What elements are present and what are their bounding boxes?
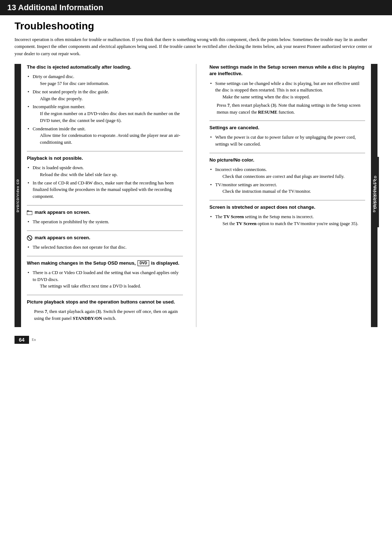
picture-stops-heading: Picture playback stops and the operation… — [27, 299, 183, 305]
list-item: Condensation inside the unit. Allow time… — [33, 126, 183, 146]
page-content: Troubleshooting Incorrect operation is o… — [0, 20, 392, 358]
intro-paragraph: Incorrect operation is often mistaken fo… — [15, 36, 377, 57]
left-column: DVD/CD/Video CD The disc is ejected auto… — [15, 64, 196, 327]
list-item: Incorrect video connections. Check that … — [215, 166, 365, 180]
sub-item: Check that connections are correct and t… — [222, 173, 365, 180]
chapter-title: Additional Information — [18, 3, 103, 12]
sub-item: Press 7, then restart playback (3). Note… — [217, 102, 365, 116]
folder-mark-heading: mark appears on screen. — [27, 209, 183, 216]
list-item: There is a CD or Video CD loaded and the… — [33, 269, 183, 290]
list-item: When the power is cut due to power failu… — [215, 134, 365, 148]
screen-stretched-block: Screen is stretched or aspect does not c… — [209, 204, 365, 227]
section-title: Troubleshooting — [15, 20, 377, 32]
disc-ejected-heading: The disc is ejected automatically after … — [27, 64, 183, 70]
left-col-content: The disc is ejected automatically after … — [21, 64, 189, 327]
divider — [209, 121, 365, 121]
two-column-layout: DVD/CD/Video CD The disc is ejected auto… — [15, 64, 377, 327]
right-sidebar-dark-label: DVD/CD/Video CD — [372, 179, 376, 212]
screen-stretched-heading: Screen is stretched or aspect does not c… — [209, 204, 365, 211]
right-sidebar-wrapper: DVD/CD/Video CD No picture/No color. Inc… — [209, 157, 365, 227]
sub-item: Check the instruction manual of the TV/m… — [222, 188, 365, 195]
no-picture-heading: No picture/No color. — [209, 157, 365, 163]
list-item: Some settings can be changed while a dis… — [215, 80, 365, 101]
svg-line-2 — [28, 236, 32, 240]
settings-canceled-block: Settings are canceled. When the power is… — [209, 125, 365, 148]
divider — [27, 256, 183, 256]
language-label: En — [32, 338, 36, 342]
sub-item: If the region number on a DVD-video disc… — [40, 110, 183, 124]
list-item: Dirty or damaged disc. See page 57 for d… — [33, 73, 183, 87]
playback-block: Playback is not possible. Disc is loaded… — [27, 155, 183, 200]
no-picture-block: No picture/No color. Incorrect video con… — [209, 157, 365, 195]
sub-item: Align the disc properly. — [40, 95, 183, 102]
sub-item: Make the same setting when the disc is s… — [222, 94, 365, 101]
prohibited-icon — [27, 235, 32, 241]
list-item: TV/monitor settings are incorrect. Check… — [215, 182, 365, 195]
svg-rect-0 — [27, 211, 32, 215]
picture-stops-block: Picture playback stops and the operation… — [27, 299, 183, 322]
divider — [27, 295, 183, 295]
page-footer: 64 En — [15, 334, 377, 344]
list-item: Incompatible region number. If the regio… — [33, 103, 183, 124]
dvd-badge: DVD — [138, 260, 149, 266]
divider — [27, 205, 183, 205]
left-sidebar-label: DVD/CD/Video CD — [16, 179, 20, 212]
disc-ejected-block: The disc is ejected automatically after … — [27, 64, 183, 146]
sub-item: The settings will take effect next time … — [40, 283, 183, 290]
prohibited-mark-heading: mark appears on screen. — [27, 235, 183, 241]
left-sidebar: DVD/CD/Video CD — [15, 64, 21, 327]
list-item: In the case of CD-R and CD-RW discs, mak… — [33, 180, 183, 200]
chapter-header: 13 Additional Information — [0, 0, 392, 15]
divider — [209, 153, 365, 153]
page-number: 64 — [15, 336, 29, 344]
new-settings-heading: New settings made in the Setup screen me… — [209, 64, 365, 77]
list-item: The selected function does not operate f… — [33, 244, 183, 251]
divider — [27, 231, 183, 231]
folder-mark-block: mark appears on screen. The operation is… — [27, 209, 183, 225]
playback-heading: Playback is not possible. — [27, 155, 183, 162]
chapter-number: 13 — [7, 3, 16, 12]
sub-item: See page 57 for disc care information. — [40, 80, 183, 87]
page-wrapper: 13 Additional Information Troubleshootin… — [0, 0, 392, 358]
list-item: The TV Screen setting in the Setup menu … — [215, 213, 365, 227]
sub-item: Allow time for condensation to evaporate… — [40, 132, 183, 146]
prohibited-mark-block: mark appears on screen. The selected fun… — [27, 235, 183, 251]
list-item: The operation is prohibited by the syste… — [33, 219, 183, 225]
sub-item: Press 7, then start playback again (3). … — [34, 308, 183, 322]
folder-icon — [27, 210, 32, 215]
divider — [27, 151, 183, 151]
right-col-content: New settings made in the Setup screen me… — [204, 64, 371, 327]
right-column: New settings made in the Setup screen me… — [196, 64, 377, 327]
settings-canceled-heading: Settings are canceled. — [209, 125, 365, 131]
setup-osd-block: When making changes in the Setup OSD men… — [27, 260, 183, 290]
sub-item: Set the TV Screen option to match the TV… — [222, 220, 365, 227]
setup-osd-heading: When making changes in the Setup OSD men… — [27, 260, 183, 266]
list-item: Disc is loaded upside down. Reload the d… — [33, 164, 183, 178]
new-settings-block: New settings made in the Setup screen me… — [209, 64, 365, 115]
divider — [209, 200, 365, 200]
list-item: Disc not seated properly in the disc gui… — [33, 89, 183, 102]
sub-item: Reload the disc with the label side face… — [40, 171, 183, 178]
